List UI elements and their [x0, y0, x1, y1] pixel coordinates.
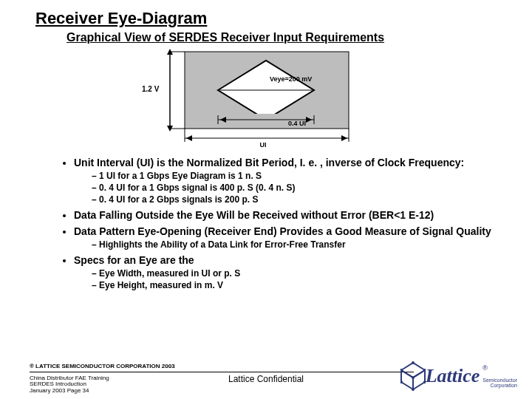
lattice-logo: Lattice ® Semiconductor Corporation [400, 359, 517, 393]
sub-item: Highlights the Ability of a Data Link fo… [92, 239, 502, 250]
bullet-text: Unit Interval (UI) is the Normalized Bit… [74, 157, 464, 168]
list-item: Data Falling Outside the Eye Will be Rec… [74, 209, 502, 221]
svg-marker-17 [186, 135, 192, 141]
bullet-text: Data Pattern Eye-Opening (Receiver End) … [74, 225, 491, 237]
copyright: ® LATTICE SEMICONDUCTOR CORPORATION 2003 [30, 363, 175, 369]
svg-point-19 [400, 369, 403, 372]
svg-point-22 [412, 376, 415, 379]
svg-point-20 [412, 361, 415, 364]
lattice-mark-icon [400, 361, 426, 391]
registered-icon: ® [482, 364, 488, 372]
sub-item: Eye Height, measured in m. V [92, 280, 502, 290]
svg-point-24 [423, 381, 426, 383]
confidential-label: Lattice Confidential [0, 374, 532, 384]
list-item: Unit Interval (UI) is the Normalized Bit… [74, 157, 502, 205]
list-item: Data Pattern Eye-Opening (Receiver End) … [74, 225, 502, 250]
svg-marker-18 [341, 135, 347, 141]
footer: ® LATTICE SEMICONDUCTOR CORPORATION 2003… [0, 355, 532, 399]
bullet-text: Data Falling Outside the Eye Will be Rec… [74, 209, 434, 221]
page-title: Receiver Eye-Diagram [35, 9, 502, 28]
footer-line: January 2003 Page 34 [30, 388, 109, 395]
subtitle: Graphical View of SERDES Receiver Input … [66, 31, 502, 44]
footer-left: China Distributor FAE Training SERDES In… [30, 375, 109, 395]
inner-ui-label: 0.4 UI [288, 120, 306, 127]
veye-label: Veye=200 mV [270, 75, 312, 83]
footer-line: SERDES Introduction [30, 381, 109, 388]
svg-point-21 [423, 369, 426, 372]
footer-line: China Distributor FAE Training [30, 375, 109, 382]
ui-label: UI [260, 141, 267, 149]
sub-item: 0. 4 UI for a 1 Gbps signal is 400 p. S … [92, 183, 502, 193]
svg-point-25 [412, 388, 415, 391]
bullet-list: Unit Interval (UI) is the Normalized Bit… [52, 157, 502, 290]
logo-sub: Semiconductor [482, 378, 517, 383]
svg-point-23 [400, 381, 403, 383]
list-item: Specs for an Eye are the Eye Width, meas… [74, 254, 502, 290]
sub-item: Eye Width, measured in UI or p. S [92, 268, 502, 279]
eye-diagram-figure: 1.2 V Veye=200 mV 0.4 UI UI [140, 46, 502, 152]
logo-sub: Corporation [482, 383, 517, 388]
footer-rule [30, 372, 414, 372]
y-label: 1.2 V [142, 85, 160, 93]
sub-item: 1 UI for a 1 Gbps Eye Diagram is 1 n. S [92, 171, 502, 181]
bullet-text: Specs for an Eye are the [74, 254, 194, 266]
logo-text: Lattice [426, 365, 480, 387]
sub-item: 0. 4 UI for a 2 Gbps signals is 200 p. S [92, 194, 502, 205]
